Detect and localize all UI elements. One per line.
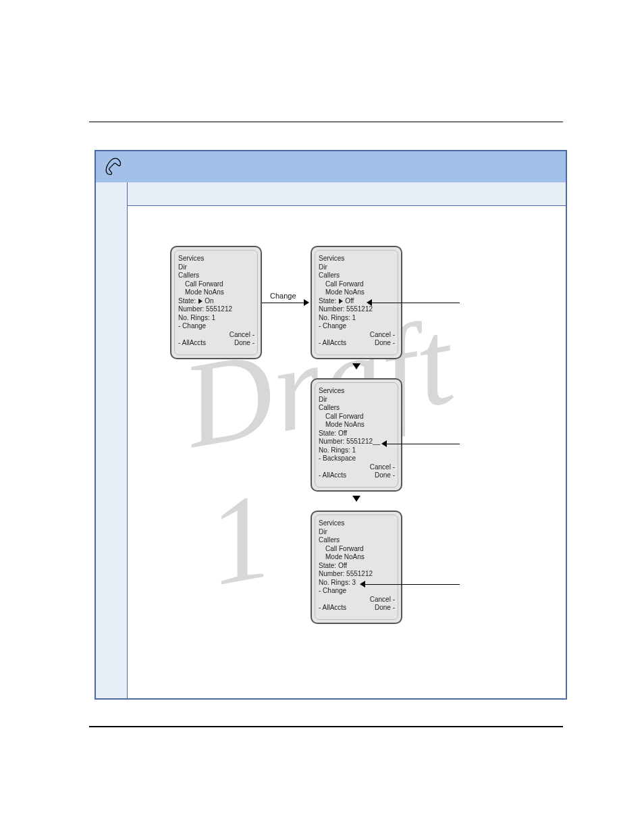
annotation-line: [365, 584, 460, 585]
play-icon: [198, 298, 203, 304]
softkey-change[interactable]: - Change: [178, 322, 206, 331]
screen-inner: Services Dir Callers Call Forward Mode N…: [174, 250, 258, 355]
row-mode: Mode NoAns: [319, 553, 395, 562]
softkey-allaccts[interactable]: - AllAccts: [319, 339, 346, 348]
row-services: Services: [319, 519, 395, 528]
sub-band: [96, 182, 566, 206]
connector-line: [262, 303, 308, 303]
row-dir: Dir: [319, 528, 395, 537]
state-value: Off: [345, 297, 354, 306]
title-band: [96, 151, 566, 183]
row-rings: No. Rings: 1: [319, 314, 395, 323]
softkey-done[interactable]: Done -: [375, 471, 395, 480]
softkey-done[interactable]: Done -: [375, 604, 395, 613]
row-number: Number: 5551212: [319, 305, 395, 314]
phone-screen-d: Services Dir Callers Call Forward Mode N…: [311, 511, 402, 624]
softkey-row-3: - AllAccts Done -: [319, 339, 395, 348]
play-icon: [339, 298, 343, 304]
row-callers: Callers: [319, 271, 395, 280]
softkey-row-3: - AllAccts Done -: [178, 339, 254, 348]
diagram-content: Services Dir Callers Call Forward Mode N…: [127, 205, 566, 698]
change-label: Change: [270, 292, 296, 300]
softkey-allaccts[interactable]: - AllAccts: [178, 339, 206, 348]
diagram-frame: Draft 1 Services Dir Callers Call Forwar…: [95, 150, 567, 700]
row-mode: Mode NoAns: [319, 421, 395, 429]
state-label: State:: [319, 297, 336, 306]
arrowhead-left-icon: [360, 581, 365, 588]
row-callers: Callers: [319, 404, 395, 413]
row-services: Services: [319, 387, 395, 396]
softkey-row-2: Cancel -: [319, 596, 395, 604]
row-services: Services: [319, 255, 395, 263]
phone-screen-c: Services Dir Callers Call Forward Mode N…: [311, 378, 402, 492]
row-rings: No. Rings: 3: [319, 579, 395, 588]
softkey-done[interactable]: Done -: [375, 339, 395, 348]
row-number: Number: 5551212: [319, 570, 395, 579]
softkey-row-1: - Backspace: [319, 454, 395, 463]
row-rings: No. Rings: 1: [178, 314, 254, 323]
row-callers: Callers: [319, 536, 395, 545]
softkey-cancel[interactable]: Cancel -: [230, 331, 254, 340]
row-callers: Callers: [178, 271, 254, 280]
softkey-cancel[interactable]: Cancel -: [370, 463, 395, 472]
softkey-row-3: - AllAccts Done -: [319, 604, 395, 613]
annotation-line: [387, 444, 460, 444]
header-rule: [89, 122, 563, 122]
phone-screen-a: Services Dir Callers Call Forward Mode N…: [170, 246, 262, 359]
state-label: State:: [178, 297, 196, 306]
softkey-done[interactable]: Done -: [234, 339, 254, 348]
softkey-row-1: - Change: [319, 587, 395, 596]
row-call-forward: Call Forward: [178, 280, 254, 289]
softkey-row-2: Cancel -: [178, 331, 254, 340]
softkey-cancel[interactable]: Cancel -: [370, 331, 395, 340]
softkey-allaccts[interactable]: - AllAccts: [319, 604, 346, 613]
row-dir: Dir: [319, 263, 395, 272]
state-value: On: [205, 297, 213, 306]
row-state: State: Off: [319, 562, 395, 571]
softkey-backspace[interactable]: - Backspace: [319, 454, 356, 463]
row-mode: Mode NoAns: [178, 288, 254, 297]
arrowhead-left-icon: [381, 440, 387, 447]
chevron-down-icon: [352, 363, 360, 369]
row-state: State: On: [178, 297, 254, 306]
footer-rule: [89, 726, 563, 727]
softkey-row-2: Cancel -: [319, 331, 395, 340]
row-services: Services: [178, 255, 254, 263]
softkey-cancel[interactable]: Cancel -: [370, 596, 395, 604]
softkey-row-1: - Change: [319, 322, 395, 331]
row-number: Number: 5551212: [178, 305, 254, 314]
screen-inner: Services Dir Callers Call Forward Mode N…: [315, 515, 398, 620]
chevron-down-icon: [352, 496, 360, 502]
softkey-allaccts[interactable]: - AllAccts: [319, 471, 346, 480]
row-dir: Dir: [178, 263, 254, 272]
row-call-forward: Call Forward: [319, 413, 395, 421]
softkey-row-1: - Change: [178, 322, 254, 331]
row-dir: Dir: [319, 396, 395, 405]
left-column: [96, 182, 128, 698]
softkey-row-3: - AllAccts Done -: [319, 471, 395, 480]
row-mode: Mode NoAns: [319, 288, 395, 297]
softkey-row-2: Cancel -: [319, 463, 395, 472]
page: Draft 1 Services Dir Callers Call Forwar…: [0, 0, 644, 834]
row-call-forward: Call Forward: [319, 545, 395, 554]
softkey-change[interactable]: - Change: [319, 322, 346, 331]
row-rings: No. Rings: 1: [319, 446, 395, 455]
row-call-forward: Call Forward: [319, 280, 395, 289]
screen-inner: Services Dir Callers Call Forward Mode N…: [315, 382, 398, 488]
softkey-change[interactable]: - Change: [319, 587, 346, 596]
arrowhead-left-icon: [367, 299, 372, 306]
row-state: State: Off: [319, 429, 395, 438]
row-state: State: Off: [319, 297, 395, 306]
phone-icon: [103, 157, 123, 177]
arrowhead-right-icon: [304, 299, 309, 306]
annotation-line: [372, 303, 460, 303]
